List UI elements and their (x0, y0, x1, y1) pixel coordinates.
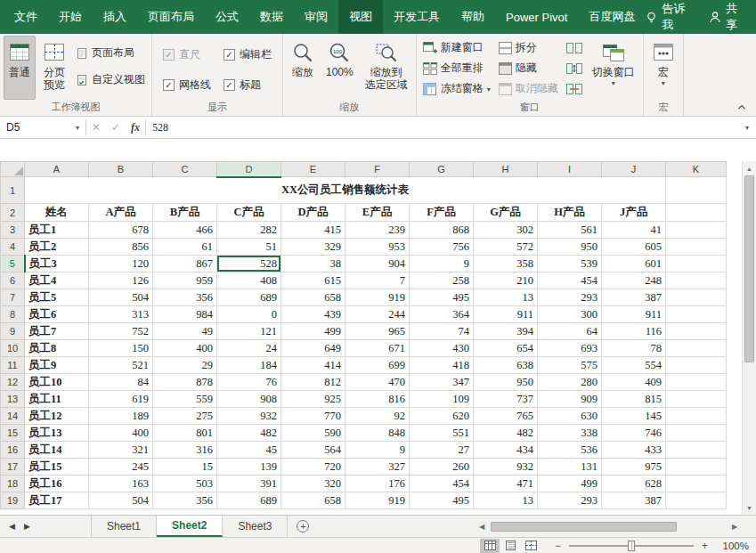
cell-K6[interactable] (666, 272, 727, 289)
cell-E19[interactable]: 658 (281, 492, 345, 509)
cell-J3[interactable]: 41 (602, 222, 666, 239)
cell-K18[interactable] (666, 476, 727, 492)
cell-C7[interactable]: 356 (153, 289, 217, 306)
cell-K7[interactable] (666, 289, 727, 306)
formula-input[interactable]: 528 (146, 117, 738, 138)
cell-C10[interactable]: 400 (153, 340, 217, 357)
cell-E16[interactable]: 564 (281, 442, 345, 459)
cell-B7[interactable]: 504 (89, 289, 153, 306)
cell-F15[interactable]: 848 (345, 425, 410, 442)
scroll-down-icon[interactable]: ▼ (743, 500, 756, 515)
column-header-K[interactable]: K (666, 162, 727, 177)
cell-D10[interactable]: 24 (217, 340, 281, 357)
cell-H8[interactable]: 911 (474, 306, 538, 323)
cell-E17[interactable]: 720 (281, 459, 345, 476)
cell-C17[interactable]: 15 (153, 459, 217, 476)
cell-A12[interactable]: 员工10 (25, 374, 89, 391)
cell-G7[interactable]: 495 (410, 289, 474, 306)
cell-I16[interactable]: 536 (538, 442, 602, 459)
zoom-out-button[interactable]: − (551, 540, 565, 552)
column-header-E[interactable]: E (281, 162, 345, 177)
cell-I19[interactable]: 293 (538, 492, 602, 509)
cell-I2[interactable]: H产品 (538, 204, 602, 222)
row-header-12[interactable]: 12 (1, 374, 25, 391)
synchronous-scrolling-button[interactable] (564, 59, 585, 77)
cell-B14[interactable]: 189 (89, 408, 153, 425)
row-header-1[interactable]: 1 (1, 177, 25, 204)
cell-B9[interactable]: 752 (89, 323, 153, 340)
row-header-19[interactable]: 19 (1, 492, 25, 509)
cell-G11[interactable]: 418 (410, 357, 474, 374)
cell-A19[interactable]: 员工17 (25, 492, 89, 509)
cell-D15[interactable]: 482 (217, 425, 281, 442)
scroll-right-icon[interactable]: ▶ (728, 523, 742, 531)
cell-J7[interactable]: 387 (602, 289, 666, 306)
cell-E10[interactable]: 649 (281, 340, 345, 357)
tell-me-button[interactable]: 告诉我 (646, 1, 687, 33)
column-header-C[interactable]: C (153, 162, 217, 177)
cell-E15[interactable]: 590 (281, 425, 345, 442)
cell-K9[interactable] (666, 323, 727, 340)
ribbon-tab-开始[interactable]: 开始 (48, 0, 93, 34)
cell-K12[interactable] (666, 374, 727, 391)
sheet-tab-Sheet3[interactable]: Sheet3 (223, 516, 288, 537)
ribbon-tab-文件[interactable]: 文件 (4, 0, 48, 34)
horizontal-scroll-track[interactable] (489, 521, 728, 533)
cell-I8[interactable]: 300 (538, 306, 602, 323)
cell-I13[interactable]: 909 (538, 391, 602, 408)
cell-I3[interactable]: 561 (538, 222, 602, 239)
cell-D13[interactable]: 908 (217, 391, 281, 408)
zoom-to-selection-button[interactable]: 缩放到 选定区域 (361, 36, 412, 100)
cell-J12[interactable]: 409 (602, 374, 666, 391)
cell-G19[interactable]: 495 (410, 492, 474, 509)
cell-F2[interactable]: E产品 (345, 204, 410, 222)
column-header-J[interactable]: J (602, 162, 666, 177)
row-header-8[interactable]: 8 (1, 306, 25, 323)
cell-K17[interactable] (666, 459, 727, 476)
cell-H11[interactable]: 638 (474, 357, 538, 374)
cell-G8[interactable]: 364 (410, 306, 474, 323)
vertical-scroll-thumb[interactable] (744, 175, 754, 362)
ribbon-tab-帮助[interactable]: 帮助 (451, 0, 495, 34)
cell-H18[interactable]: 471 (474, 476, 538, 492)
collapse-ribbon-button[interactable] (735, 101, 749, 113)
cell-C13[interactable]: 559 (153, 391, 217, 408)
cell-G17[interactable]: 260 (410, 459, 474, 476)
row-header-18[interactable]: 18 (1, 476, 25, 492)
cell-F8[interactable]: 244 (345, 306, 410, 323)
cell-H5[interactable]: 358 (474, 256, 538, 272)
cell-H19[interactable]: 13 (474, 492, 538, 509)
horizontal-scroll-thumb[interactable] (491, 522, 677, 532)
cell-H3[interactable]: 302 (474, 222, 538, 239)
sheet-title-cell[interactable]: XX公司员工销售额统计表 (25, 177, 666, 204)
cell-F17[interactable]: 327 (345, 459, 410, 476)
cell-D4[interactable]: 51 (217, 239, 281, 256)
cell-D11[interactable]: 184 (217, 357, 281, 374)
zoom-in-button[interactable]: + (698, 540, 711, 552)
name-box-dropdown-icon[interactable]: ▾ (76, 124, 79, 132)
cell-K1[interactable] (666, 177, 727, 204)
ribbon-tab-数据[interactable]: 数据 (249, 0, 294, 34)
row-header-6[interactable]: 6 (1, 272, 25, 289)
row-header-7[interactable]: 7 (1, 289, 25, 306)
cell-C11[interactable]: 29 (153, 357, 217, 374)
cell-E14[interactable]: 770 (281, 408, 345, 425)
cell-D3[interactable]: 282 (217, 222, 281, 239)
cell-B12[interactable]: 84 (89, 374, 153, 391)
cell-C2[interactable]: B产品 (153, 204, 217, 222)
cell-K19[interactable] (666, 492, 727, 509)
cell-G9[interactable]: 74 (410, 323, 474, 340)
zoom-slider-thumb[interactable] (628, 541, 635, 551)
switch-windows-button[interactable]: 切换窗口 ▾ (588, 36, 639, 100)
cell-B18[interactable]: 163 (89, 476, 153, 492)
cell-J17[interactable]: 975 (602, 459, 666, 476)
custom-views-button[interactable]: 自定义视图 (73, 70, 148, 89)
cell-B13[interactable]: 619 (89, 391, 153, 408)
new-sheet-button[interactable]: + (288, 516, 318, 537)
cell-F11[interactable]: 699 (345, 357, 410, 374)
scroll-left-icon[interactable]: ◀ (475, 523, 489, 531)
cell-I10[interactable]: 693 (538, 340, 602, 357)
row-header-5[interactable]: 5 (1, 256, 25, 272)
cell-G10[interactable]: 430 (410, 340, 474, 357)
cell-E7[interactable]: 658 (281, 289, 345, 306)
